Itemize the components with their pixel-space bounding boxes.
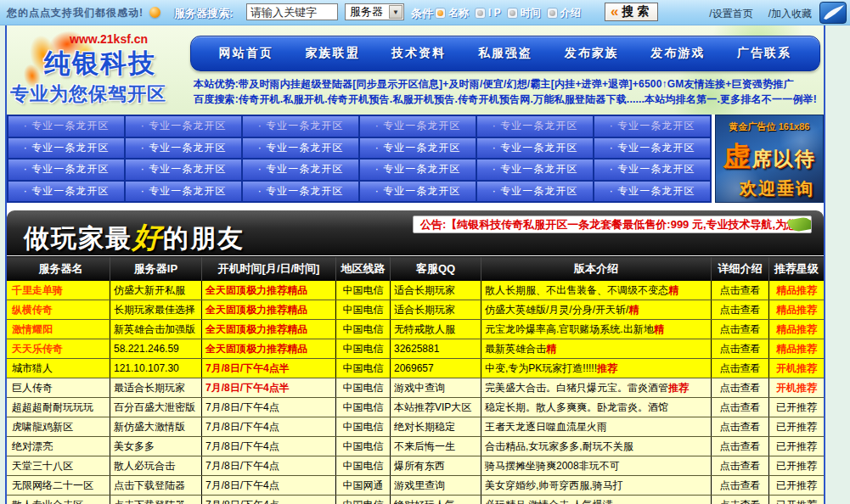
radio-icon[interactable] [435, 8, 446, 19]
nav-item[interactable]: 技术资料 [391, 46, 446, 61]
star-level: 精品推荐 [769, 281, 824, 300]
server-name[interactable]: 纵横传奇 [7, 300, 110, 319]
one-stop-service-link[interactable]: · 专业一条龙开区 [360, 182, 476, 202]
nav-item[interactable]: 家族联盟 [306, 46, 360, 61]
server-name[interactable]: 超超超耐耐玩玩玩 [7, 398, 110, 417]
search-condition-radio[interactable]: 时间 [507, 6, 541, 20]
server-name[interactable]: 千里走单骑 [7, 281, 110, 300]
star-level: 已开推荐 [769, 456, 824, 475]
one-stop-service-link[interactable]: · 专业一条龙开区 [8, 138, 124, 159]
detail-link[interactable]: 点击查看 [712, 496, 769, 504]
one-stop-service-link[interactable]: · 专业一条龙开区 [243, 182, 358, 202]
site-logo: www.21ksf.cn 纯银科技 专业为您保驾开区 [8, 25, 194, 115]
nav-item[interactable]: 发布游戏 [650, 46, 705, 61]
service-qq: 无特戒散人服 [391, 320, 481, 339]
corner-quill-icon[interactable] [819, 2, 847, 24]
detail-link[interactable]: 点击查看 [712, 398, 769, 417]
server-name[interactable]: 城市猎人 [7, 359, 110, 378]
server-name[interactable]: 巨人传奇 [7, 378, 110, 397]
server-ip: 新仿盛大激情版 [110, 417, 202, 436]
one-stop-service-link[interactable]: · 专业一条龙开区 [243, 138, 358, 159]
version-intro-text: 必玩精品.激情合击.人气爆满 [485, 499, 613, 504]
nav-item[interactable]: 私服强盗 [478, 46, 532, 61]
search-condition-radio[interactable]: I P [475, 7, 501, 19]
service-qq: 32625881 [391, 339, 481, 358]
table-row: 虎啸龍鸡新区 新仿盛大激情版 7月/8日/下午4点 中国电信 绝对长期稳定 王者… [7, 417, 824, 437]
one-stop-service-link[interactable]: · 专业一条龙开区 [126, 182, 241, 202]
detail-link[interactable]: 点击查看 [712, 281, 769, 300]
one-stop-service-link[interactable]: · 专业一条龙开区 [126, 160, 241, 180]
one-stop-service-link[interactable]: · 专业一条龙开区 [594, 160, 710, 180]
one-stop-service-link[interactable]: · 专业一条龙开区 [360, 138, 476, 159]
region-line: 中国电信 [336, 417, 391, 436]
detail-link[interactable]: 点击查看 [712, 339, 769, 358]
version-intro: 骑马摆摊坐骑爽2008非玩不可 [481, 456, 712, 475]
detail-link[interactable]: 点击查看 [712, 456, 769, 475]
detail-link[interactable]: 点击查看 [712, 320, 769, 339]
column-header: 详细介绍 [712, 257, 769, 281]
detail-link[interactable]: 点击查看 [712, 437, 769, 456]
radio-icon[interactable] [507, 8, 518, 19]
server-name[interactable]: 散人专业合击区 [7, 496, 110, 504]
add-favorite-link[interactable]: /加入收藏 [768, 7, 812, 21]
one-stop-service-link[interactable]: · 专业一条龙开区 [477, 182, 593, 202]
column-header: 地区线路 [336, 257, 391, 281]
detail-link[interactable]: 点击查看 [712, 476, 769, 495]
one-stop-service-link[interactable]: · 专业一条龙开区 [126, 138, 241, 159]
search-button[interactable]: « 搜 索 [605, 3, 658, 21]
server-name[interactable]: 绝对漂亮 [7, 437, 110, 456]
region-line: 中国电信 [336, 437, 391, 456]
ad-headline: 虚席以待 [716, 138, 823, 176]
set-homepage-link[interactable]: /设置首页 [709, 7, 752, 21]
one-stop-service-link[interactable]: · 专业一条龙开区 [8, 182, 124, 202]
one-stop-service-link[interactable]: · 专业一条龙开区 [477, 138, 593, 159]
server-name[interactable]: 天天乐传奇 [7, 339, 110, 358]
detail-link[interactable]: 点击查看 [712, 359, 769, 378]
one-stop-service-link[interactable]: · 专业一条龙开区 [360, 116, 476, 137]
version-intro-text: 美女穿婚纱,帅哥穿西服,骑马打 [485, 479, 623, 491]
top-slogan: 您的点点支持我们都很感动! [7, 6, 144, 20]
search-type-select[interactable]: 服务器 ▼ [345, 3, 404, 20]
one-stop-service-link[interactable]: · 专业一条龙开区 [594, 182, 710, 202]
one-stop-service-link[interactable]: · 专业一条龙开区 [477, 116, 593, 137]
announcement-marquee[interactable]: 公告:【纯银科技传奇私服开区一条龙套餐最低售价:999 元,专业技术导航,为您保… [413, 216, 812, 233]
search-condition-radio[interactable]: 介绍 [547, 6, 581, 20]
server-name[interactable]: 天堂三十八区 [7, 456, 110, 475]
one-stop-service-link[interactable]: · 专业一条龙开区 [8, 160, 124, 180]
chevron-down-icon[interactable]: ▼ [389, 5, 402, 19]
one-stop-service-link[interactable]: · 专业一条龙开区 [594, 138, 710, 159]
condition-label: 条件 [411, 6, 433, 21]
table-row: 激情耀阳 新英雄合击加强版 全天固顶极力推荐精品 中国电信 无特戒散人服 元宝龙… [7, 320, 824, 339]
version-intro-highlight: 精 [546, 343, 556, 355]
table-row: 无限网络二十一区 点击下载登陆器 7月/8日/下午4点 中国网通 游戏里查询 美… [7, 476, 824, 496]
radio-icon[interactable] [547, 8, 558, 19]
one-stop-service-link[interactable]: · 专业一条龙开区 [594, 116, 710, 137]
server-name[interactable]: 无限网络二十一区 [7, 476, 110, 495]
one-stop-service-link[interactable]: · 专业一条龙开区 [126, 116, 241, 137]
region-line: 中国电信 [336, 398, 391, 417]
one-stop-service-link[interactable]: · 专业一条龙开区 [243, 116, 358, 137]
detail-link[interactable]: 点击查看 [712, 378, 769, 397]
column-header: 服务器IP [110, 257, 202, 281]
gold-ad-banner[interactable]: 黄金广告位 161x86 虚席以待 欢迎垂询 [715, 115, 824, 203]
nav-item[interactable]: 网站首页 [219, 46, 273, 61]
one-stop-service-link[interactable]: · 专业一条龙开区 [243, 160, 358, 180]
one-stop-service-link[interactable]: · 专业一条龙开区 [360, 160, 476, 180]
version-intro: 美女穿婚纱,帅哥穿西服,骑马打 [481, 476, 712, 495]
service-qq: 绝对好玩人气 [391, 496, 481, 504]
server-name[interactable]: 虎啸龍鸡新区 [7, 417, 110, 436]
table-row: 超超超耐耐玩玩玩 百分百盛大泄密版 7月/8日/下午4点 中国电信 本站推荐VI… [7, 398, 824, 417]
detail-link[interactable]: 点击查看 [712, 300, 769, 319]
server-ip: 58.221.246.59 [110, 339, 202, 358]
nav-item[interactable]: 广告联系 [737, 46, 791, 61]
server-name[interactable]: 激情耀阳 [7, 320, 110, 339]
star-level: 已开推荐 [769, 496, 824, 504]
nav-item[interactable]: 发布家族 [565, 46, 619, 61]
one-stop-service-link[interactable]: · 专业一条龙开区 [477, 160, 593, 180]
one-stop-service-link[interactable]: · 专业一条龙开区 [8, 116, 124, 137]
search-condition-radio[interactable]: 名称 [435, 6, 469, 20]
search-input[interactable] [246, 3, 338, 20]
table-row: 绝对漂亮 美女多多 7月/8日/下午4点 中国电信 不来后悔一生 合击精品,女玩… [7, 437, 824, 456]
radio-icon[interactable] [475, 8, 486, 19]
detail-link[interactable]: 点击查看 [712, 417, 769, 436]
